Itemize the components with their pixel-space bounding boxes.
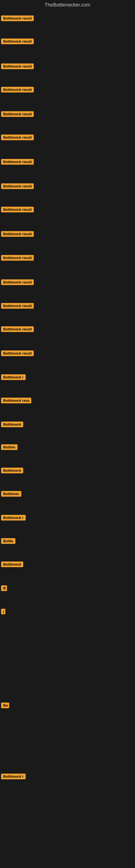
bottleneck-badge-15: Bottleneck result: [1, 350, 34, 356]
bottleneck-badge-8: Bottleneck result: [1, 183, 34, 189]
bottleneck-item-8: Bottleneck result: [1, 183, 34, 190]
bottleneck-badge-6: Bottleneck result: [1, 134, 34, 140]
bottleneck-badge-13: Bottleneck result: [1, 303, 34, 309]
bottleneck-item-6: Bottleneck result: [1, 134, 34, 141]
bottleneck-item-9: Bottleneck result: [1, 207, 34, 214]
bottleneck-badge-1: Bottleneck result: [1, 16, 34, 21]
bottleneck-badge-21: Bottlenec: [1, 491, 21, 497]
bottleneck-item-25: B: [1, 585, 7, 592]
bottleneck-badge-2: Bottleneck result: [1, 38, 34, 44]
bottleneck-badge-16: Bottleneck r: [1, 374, 26, 380]
bottleneck-badge-4: Bottleneck result: [1, 87, 34, 93]
bottleneck-item-15: Bottleneck result: [1, 350, 34, 357]
bottleneck-badge-7: Bottleneck result: [1, 159, 34, 165]
bottleneck-badge-17: Bottleneck resu: [1, 398, 31, 403]
site-title: TheBottlenecker.com: [0, 0, 135, 9]
bottleneck-badge-11: Bottleneck result: [1, 255, 34, 261]
bottleneck-item-19: Bottlen: [1, 444, 17, 451]
bottleneck-item-3: Bottleneck result: [1, 63, 34, 70]
bottleneck-item-5: Bottleneck result: [1, 111, 34, 118]
bottleneck-badge-19: Bottlen: [1, 444, 17, 450]
bottleneck-item-20: Bottleneck: [1, 468, 23, 474]
bottleneck-item-24: Bottleneck: [1, 561, 23, 568]
bottleneck-item-14: Bottleneck result: [1, 326, 34, 333]
bottleneck-badge-5: Bottleneck result: [1, 111, 34, 117]
bottleneck-badge-25: B: [1, 585, 7, 591]
bottleneck-item-26: |: [1, 609, 5, 616]
bottleneck-item-10: Bottleneck result: [1, 231, 34, 238]
bottleneck-badge-22: Bottleneck r: [1, 515, 26, 521]
bottleneck-item-7: Bottleneck result: [1, 159, 34, 166]
bottleneck-badge-23: Bottle: [1, 538, 15, 544]
bottleneck-badge-20: Bottleneck: [1, 468, 23, 473]
page-container: TheBottlenecker.com Bottleneck resultBot…: [0, 0, 135, 868]
bottleneck-badge-3: Bottleneck result: [1, 63, 34, 69]
bottleneck-item-11: Bottleneck result: [1, 255, 34, 262]
bottleneck-item-13: Bottleneck result: [1, 303, 34, 310]
bottleneck-badge-12: Bottleneck result: [1, 279, 34, 285]
bottleneck-item-28: Bottleneck r: [1, 774, 26, 780]
bottleneck-item-22: Bottleneck r: [1, 515, 26, 522]
bottleneck-item-18: Bottleneck: [1, 422, 23, 428]
bottleneck-badge-10: Bottleneck result: [1, 231, 34, 237]
bottleneck-badge-9: Bottleneck result: [1, 207, 34, 212]
bottleneck-badge-18: Bottleneck: [1, 422, 23, 427]
bottleneck-item-21: Bottlenec: [1, 491, 21, 498]
bottleneck-item-27: Bo: [1, 703, 9, 709]
bottleneck-item-17: Bottleneck resu: [1, 398, 31, 404]
bottleneck-badge-14: Bottleneck result: [1, 326, 34, 332]
bottleneck-badge-26: |: [1, 609, 5, 614]
bottleneck-item-23: Bottle: [1, 538, 15, 545]
bottleneck-item-4: Bottleneck result: [1, 87, 34, 94]
bottleneck-item-12: Bottleneck result: [1, 279, 34, 286]
bottleneck-item-1: Bottleneck result: [1, 16, 34, 22]
bottleneck-item-2: Bottleneck result: [1, 38, 34, 45]
bottleneck-item-16: Bottleneck r: [1, 374, 26, 381]
bottleneck-badge-24: Bottleneck: [1, 561, 23, 567]
bottleneck-badge-27: Bo: [1, 703, 9, 708]
bottleneck-badge-28: Bottleneck r: [1, 774, 26, 779]
